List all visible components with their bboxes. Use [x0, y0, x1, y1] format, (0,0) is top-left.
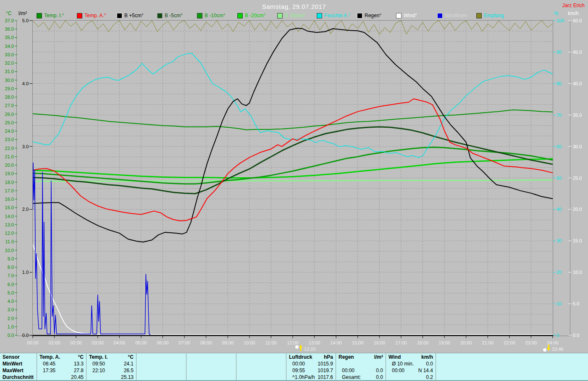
tick-label-humidity: 40: [556, 207, 562, 212]
tick-label-temp: 9.0: [8, 256, 14, 261]
tick-label-hour: 20:00: [460, 340, 472, 345]
tick-label-hour: 16:00: [374, 340, 386, 345]
table-cell-time: [388, 374, 392, 381]
tick-label-hour: 15:00: [352, 340, 364, 345]
time-marker-label: 12:20: [304, 347, 316, 352]
table-cell-value: 0.0: [376, 374, 383, 381]
table-cell-time: [438, 367, 442, 374]
tick-label-temp: 35.0: [5, 35, 14, 40]
table-group-name: Temp. A.: [39, 354, 60, 360]
grid: [33, 21, 553, 335]
tick-label-temp: 30.0: [5, 78, 14, 83]
table-cell-time: [239, 367, 242, 374]
tick-label-humidity: 80: [556, 81, 562, 86]
time-marker-label: 23:46: [552, 347, 564, 352]
tick-label-temp: 5.0: [8, 290, 14, 295]
table-row: [438, 374, 585, 381]
tick-label-hour: 07:00: [178, 340, 190, 345]
tick-label-temp: 7.0: [8, 273, 14, 278]
table-row: [189, 374, 234, 381]
tick-label-temp: 22.0: [5, 146, 14, 151]
table-cell-value: 1017.6: [318, 374, 333, 381]
table-cell-value: 25.13: [121, 374, 134, 381]
tick-label-temp: 0.0: [8, 333, 14, 338]
tick-label-hour: 03:00: [92, 340, 104, 345]
table-cell-value: 0.2: [426, 374, 433, 381]
table-group-name: Luftdruck: [289, 354, 312, 360]
table-cell-value: 24.1: [124, 360, 134, 367]
table-cell-time: [239, 374, 242, 381]
tick-label-hour: 02:00: [70, 340, 82, 345]
table-cell-time: 09:55: [289, 367, 305, 374]
tick-label-temp: 6.0: [8, 282, 14, 287]
table-row-label: MinWert: [3, 360, 22, 367]
tick-label-humidity: 0: [556, 333, 559, 338]
table-cell-time: [189, 374, 192, 381]
table-cell-time: 06:45: [39, 360, 55, 367]
table-col-empty: [236, 353, 286, 381]
table-cell-value: 26.5: [124, 367, 134, 374]
tick-label-temp: 29.0: [5, 86, 14, 91]
tick-label-hour: 08:00: [200, 340, 212, 345]
tick-label-temp: 31.0: [5, 69, 14, 74]
tick-label-temp: 34.0: [5, 44, 14, 49]
tick-label-temp: 23.0: [5, 137, 14, 142]
weather-chart: 0.01.02.03.04.05.06.07.08.09.010.011.012…: [0, 0, 588, 353]
table-row: 09:5024.1: [89, 360, 134, 367]
table-cell-time: [189, 367, 192, 374]
tick-label-rain: 4.0: [22, 81, 29, 86]
tick-label-temp: 27.0: [5, 103, 14, 108]
table-group-name: Regen: [339, 354, 354, 360]
tick-label-wind: 20.0: [573, 207, 582, 212]
tick-label-temp: 37.0: [5, 18, 14, 23]
tick-label-hour: 01:00: [49, 340, 60, 345]
tick-label-temp: 8.0: [8, 265, 14, 270]
tick-label-hour: 05:00: [135, 340, 147, 345]
table-col-wind: Windkm/hØ 10 min.0.000:00N 14.40.2: [386, 353, 436, 381]
tick-label-temp: 24.0: [5, 129, 14, 134]
tick-label-wind: 30.0: [573, 144, 582, 149]
tick-label-temp: 10.0: [5, 248, 14, 253]
tick-label-temp: 13.0: [5, 222, 14, 227]
tick-label-wind: 5.0: [573, 301, 579, 306]
table-cell-value: 1015.9: [318, 360, 333, 367]
table-cell-time: 22:10: [89, 367, 105, 374]
tick-label-humidity: 60: [556, 144, 562, 149]
tick-label-temp: 4.0: [8, 299, 14, 304]
tick-label-temp: 12.0: [5, 231, 14, 236]
table-cell-time: 00:00: [388, 367, 404, 374]
tick-label-rain: 5.0: [22, 18, 29, 23]
tick-label-temp: 2.0: [8, 316, 14, 321]
tick-label-hour: 09:00: [222, 340, 234, 345]
table-cell-time: [39, 374, 43, 381]
tick-label-hour: 18:00: [417, 340, 429, 345]
tick-label-temp: 26.0: [5, 112, 14, 117]
series-windboeen: [33, 163, 150, 335]
table-cell-time: [89, 374, 92, 381]
table-row: [339, 360, 383, 367]
table-col-empty: [436, 353, 588, 381]
tick-label-wind: 40.0: [573, 81, 582, 86]
stats-table: SensorMinWertMaxWertDurchschnittTemp. A.…: [0, 353, 588, 381]
table-cell-time: [239, 360, 242, 367]
table-row: 22:1026.5: [89, 367, 134, 374]
tick-label-wind: 50.0: [573, 18, 582, 23]
table-col-empty: [186, 353, 236, 381]
table-cell-time: 17:35: [39, 367, 55, 374]
table-cell-time: Ø 10 min.: [388, 360, 414, 367]
table-row: [239, 360, 284, 367]
tick-label-temp: 17.0: [5, 188, 14, 193]
table-row: [139, 360, 184, 367]
table-cell-time: ^1.0hPa/h: [289, 374, 315, 381]
table-cell-value: 27.8: [74, 367, 84, 374]
tick-label-hour: 14:00: [330, 340, 342, 345]
table-row: 0.2: [388, 374, 433, 381]
tick-label-temp: 14.0: [5, 214, 14, 219]
tick-label-humidity: 90: [556, 50, 562, 55]
table-col-empty: [136, 353, 186, 381]
tick-label-temp: 20.0: [5, 163, 14, 168]
table-cell-value: N 14.4: [418, 367, 433, 374]
table-cell-value: 20.45: [71, 374, 84, 381]
tick-label-hour: 13:00: [309, 340, 320, 345]
table-cell-time: [139, 367, 142, 374]
